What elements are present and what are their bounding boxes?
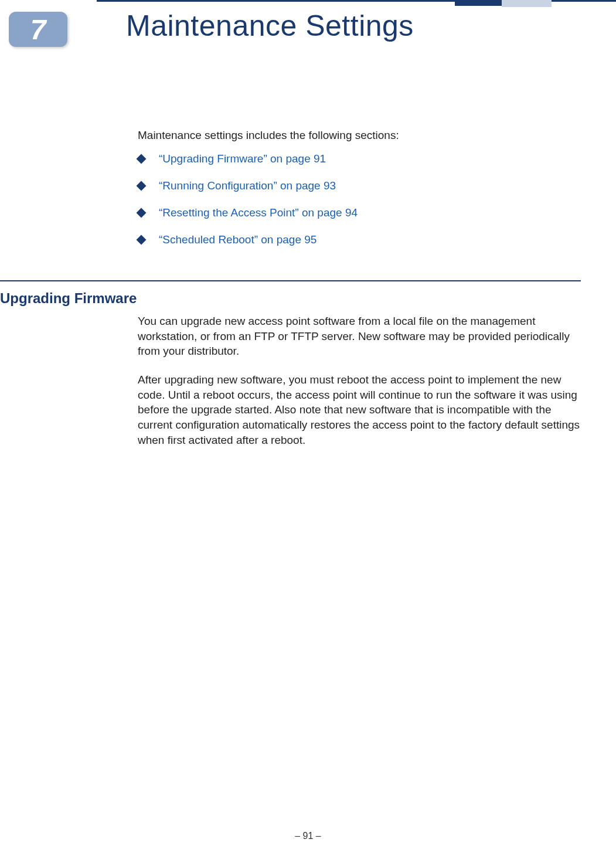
- toc-item: “Upgrading Firmware” on page 91: [138, 152, 358, 165]
- page-number: – 91 –: [0, 831, 616, 841]
- section-divider: [0, 280, 581, 281]
- header-accent-light: [502, 0, 552, 7]
- body-paragraph: After upgrading new software, you must r…: [138, 372, 581, 447]
- diamond-bullet-icon: [137, 181, 147, 191]
- diamond-bullet-icon: [137, 208, 147, 218]
- diamond-bullet-icon: [137, 154, 147, 164]
- toc-link-scheduled-reboot[interactable]: “Scheduled Reboot” on page 95: [159, 233, 316, 246]
- section-heading-upgrading-firmware: Upgrading Firmware: [0, 290, 137, 307]
- intro-paragraph: Maintenance settings includes the follow…: [138, 129, 399, 142]
- chapter-title: Maintenance Settings: [126, 9, 414, 43]
- toc-item: “Running Configuration” on page 93: [138, 179, 358, 192]
- diamond-bullet-icon: [137, 235, 147, 245]
- chapter-number: 7: [30, 13, 46, 46]
- toc-link-upgrading-firmware[interactable]: “Upgrading Firmware” on page 91: [159, 152, 326, 165]
- toc-item: “Scheduled Reboot” on page 95: [138, 233, 358, 246]
- toc-list: “Upgrading Firmware” on page 91 “Running…: [138, 152, 358, 260]
- toc-item: “Resetting the Access Point” on page 94: [138, 206, 358, 219]
- toc-link-running-configuration[interactable]: “Running Configuration” on page 93: [159, 179, 336, 192]
- body-paragraph: You can upgrade new access point softwar…: [138, 314, 581, 359]
- header-accent-dark: [455, 0, 502, 6]
- toc-link-resetting-access-point[interactable]: “Resetting the Access Point” on page 94: [159, 206, 358, 219]
- chapter-badge: 7: [9, 12, 67, 47]
